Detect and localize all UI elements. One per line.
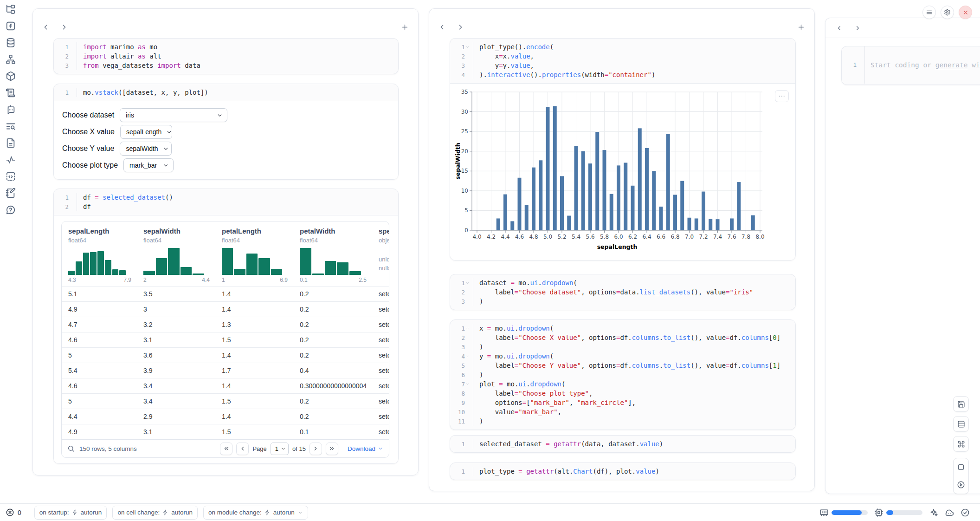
table-cell: 3.4 (137, 378, 215, 393)
layout-rows-button[interactable] (953, 416, 969, 432)
table-footer: 150 rows, 5 columns Page 1 of 15 (62, 439, 389, 457)
table-cell: 1.7 (215, 363, 293, 378)
help-circle-icon[interactable] (6, 205, 16, 215)
next-cell-button[interactable] (454, 21, 466, 33)
function-square-icon[interactable] (6, 21, 16, 31)
code-editor[interactable]: 1x = mo.ui.dropdown(2 label="Choose X va… (450, 320, 795, 430)
code-editor[interactable]: 1plot_type().encode(2 x=x.value,3 y=y.va… (450, 39, 795, 83)
chart-options-button[interactable] (775, 90, 789, 102)
code-editor[interactable]: 1plot_type = getattr(alt.Chart(df), plot… (450, 463, 795, 480)
run-controls-group (953, 458, 969, 494)
zap-icon (264, 509, 271, 515)
first-page-button[interactable] (220, 443, 232, 455)
column-header[interactable]: sepalWidthfloat6424.4 (137, 221, 215, 286)
add-cell-button[interactable] (795, 21, 807, 33)
run-all-button[interactable] (954, 476, 968, 494)
prev-page-button[interactable] (236, 443, 249, 455)
last-page-button[interactable] (326, 443, 338, 455)
notebook-pen-icon[interactable] (6, 188, 16, 198)
page-select[interactable]: 1 (271, 443, 289, 455)
plot-cell: 1plot_type().encode(2 x=x.value,3 y=y.va… (450, 38, 796, 260)
chevron-down-icon (163, 163, 169, 169)
scroll-icon[interactable] (6, 88, 16, 98)
bar-chart[interactable]: 4.04.24.44.64.85.05.25.45.65.86.06.26.46… (455, 88, 795, 256)
left-panel-nav (39, 21, 70, 33)
choose-plot-type-select[interactable]: mark_bar (123, 158, 174, 172)
code-editor[interactable]: 1dataset = mo.ui.dropdown(2 label="Choos… (450, 274, 795, 310)
table-summary: 150 rows, 5 columns (79, 445, 137, 452)
table-cell: 3.1 (137, 332, 215, 347)
code-line: 1plot_type = getattr(alt.Chart(df), plot… (450, 467, 795, 476)
code-line: 8 label="Choose plot type", (450, 389, 795, 398)
choose-x-value-select[interactable]: sepalLength (120, 125, 172, 139)
table-cell: setosa (372, 424, 389, 439)
svg-text:5.0: 5.0 (543, 234, 552, 240)
selected-dataset-cell: 1selected_dataset = getattr(data, datase… (450, 435, 796, 453)
table-cell: 4.9 (62, 424, 137, 439)
table-cell: 3.9 (137, 363, 215, 378)
code-snippet-icon[interactable] (6, 171, 16, 182)
prev-cell-button[interactable] (39, 21, 52, 33)
file-tree-icon[interactable] (6, 4, 16, 14)
svg-text:7.8: 7.8 (741, 234, 750, 240)
table-cell: 0.2 (293, 332, 372, 347)
column-header[interactable]: speciesobjectunique:nulls: (372, 221, 389, 286)
minimal-mode-button[interactable] (954, 458, 968, 476)
check-circle-icon[interactable] (961, 508, 970, 517)
settings-button[interactable] (941, 6, 954, 19)
close-button[interactable] (959, 6, 972, 19)
autorun-pill[interactable]: on startup:autorun (34, 506, 107, 520)
autorun-pill[interactable]: on cell change:autorun (112, 506, 198, 520)
bot-chat-icon[interactable] (6, 104, 16, 115)
code-editor[interactable]: 1selected_dataset = getattr(data, datase… (450, 436, 795, 452)
text-search-icon[interactable] (6, 121, 16, 131)
prev-button[interactable] (833, 22, 845, 34)
table-cell: 1.3 (215, 317, 293, 332)
code-line: 1dataset = mo.ui.dropdown( (450, 278, 795, 287)
next-button[interactable] (851, 22, 864, 34)
column-header[interactable]: sepalLengthfloat644.37.9 (62, 221, 137, 286)
vstack-output: Choose datasetirisChoose X valuesepalLen… (54, 101, 398, 179)
svg-text:7.4: 7.4 (713, 234, 722, 240)
prev-cell-button[interactable] (436, 21, 448, 33)
table-cell: 0.2 (293, 301, 372, 317)
scratchpad-editor[interactable]: 1 Start coding or generate with AI (842, 46, 980, 84)
keyboard-shortcuts-button[interactable] (953, 436, 969, 452)
save-button[interactable] (953, 396, 969, 412)
sparkles-icon[interactable] (929, 508, 938, 517)
table-cell: 3 (137, 301, 215, 317)
code-editor[interactable]: 1df = selected_dataset()2df (54, 189, 398, 215)
database-icon[interactable] (6, 38, 16, 48)
generate-link[interactable]: generate (935, 61, 968, 69)
menu-button[interactable] (922, 6, 936, 19)
next-cell-button[interactable] (58, 21, 70, 33)
choose-y-value-select[interactable]: sepalWidth (120, 142, 172, 156)
file-text-icon[interactable] (6, 138, 16, 148)
cloud-icon[interactable] (945, 508, 954, 517)
svg-text:5: 5 (464, 207, 468, 214)
errors-indicator[interactable]: 0 (6, 508, 21, 517)
svg-text:7.0: 7.0 (685, 234, 694, 240)
cpu-icon (874, 508, 883, 517)
add-cell-button[interactable] (399, 21, 411, 33)
next-page-button[interactable] (309, 443, 322, 455)
autorun-pill[interactable]: on module change:autorun (203, 506, 308, 520)
dependency-graph-icon[interactable] (6, 54, 16, 65)
package-icon[interactable] (6, 71, 16, 81)
code-editor[interactable]: 1mo.vstack([dataset, x, y, plot]) (54, 84, 398, 101)
table-cell: 1.5 (215, 393, 293, 409)
activity-icon[interactable] (6, 155, 16, 165)
status-bar-right (819, 508, 974, 517)
column-histogram (300, 248, 361, 275)
choose-dataset-select[interactable]: iris (120, 108, 227, 122)
search-icon[interactable] (67, 445, 75, 452)
code-editor[interactable]: 1import marimo as mo2import altair as al… (54, 39, 398, 74)
svg-text:6.2: 6.2 (628, 234, 637, 240)
control-row: Choose X valuesepalLength (62, 124, 390, 140)
download-button[interactable]: Download (348, 445, 383, 452)
chevron-down-icon (166, 129, 172, 135)
left-notebook-panel: 1import marimo as mo2import altair as al… (32, 8, 419, 475)
column-header[interactable]: petalWidthfloat640.12.5 (293, 221, 372, 286)
column-header[interactable]: petalLengthfloat6416.9 (215, 221, 293, 286)
table-cell: setosa (372, 301, 389, 317)
